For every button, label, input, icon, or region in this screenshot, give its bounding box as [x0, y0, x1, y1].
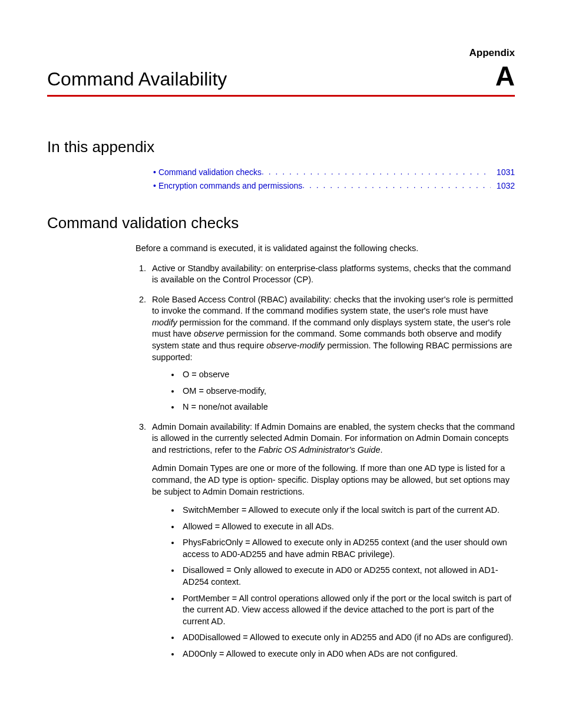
section-heading-validation: Command validation checks	[47, 214, 515, 232]
list-item: Role Based Access Control (RBAC) availab…	[148, 294, 515, 413]
text-fragment: .	[380, 445, 382, 454]
page-title: Command Availability	[47, 68, 227, 90]
list-item: Allowed = Allowed to execute in all ADs.	[180, 521, 515, 533]
list-item: PortMember = All control operations allo…	[180, 593, 515, 628]
list-item: AD0Only = Allowed to execute only in AD0…	[180, 648, 515, 660]
list-item: Admin Domain availability: If Admin Doma…	[148, 421, 515, 660]
list-item: Disallowed = Only allowed to execute in …	[180, 565, 515, 588]
appendix-letter: A	[495, 62, 515, 90]
item3-p2: Admin Domain Types are one or more of th…	[152, 463, 515, 498]
emphasis: Fabric OS Administrator's Guide	[259, 445, 381, 454]
toc-leader	[262, 167, 491, 175]
emphasis: modify	[152, 318, 177, 327]
item2-text: Role Based Access Control (RBAC) availab…	[152, 295, 513, 362]
toc-entry: • Encryption commands and permissions 10…	[153, 180, 515, 190]
rbac-permissions-list: O = observe OM = observe-modify, N = non…	[152, 369, 515, 413]
emphasis: observe-modify	[266, 341, 325, 350]
emphasis: observe	[194, 329, 224, 338]
appendix-label: Appendix	[47, 47, 515, 59]
item1-text: Active or Standby availability: on enter…	[152, 263, 511, 285]
list-item: N = none/not available	[180, 401, 515, 413]
toc-link-validation[interactable]: Command validation checks	[158, 167, 262, 177]
intro-text: Before a command is executed, it is vali…	[135, 243, 515, 255]
toc-page-number[interactable]: 1032	[493, 181, 515, 190]
checks-list: Active or Standby availability: on enter…	[135, 263, 515, 660]
bullet-icon: •	[153, 167, 156, 177]
list-item: O = observe	[180, 369, 515, 381]
list-item: PhysFabricOnly = Allowed to execute only…	[180, 537, 515, 560]
toc-leader	[302, 180, 491, 189]
toc-list: • Command validation checks 1031 • Encry…	[153, 167, 515, 190]
title-row: Command Availability A	[47, 62, 515, 97]
text-fragment: Role Based Access Control (RBAC) availab…	[152, 295, 513, 316]
bullet-icon: •	[153, 181, 156, 190]
list-item: SwitchMember = Allowed to execute only i…	[180, 505, 515, 516]
section-body: Before a command is executed, it is vali…	[135, 243, 515, 660]
toc-link-encryption[interactable]: Encryption commands and permissions	[158, 181, 302, 190]
list-item: OM = observe-modify,	[180, 386, 515, 397]
item3-p1: Admin Domain availability: If Admin Doma…	[152, 421, 515, 456]
ad-types-list: SwitchMember = Allowed to execute only i…	[152, 505, 515, 660]
list-item: Active or Standby availability: on enter…	[148, 263, 515, 286]
toc-entry: • Command validation checks 1031	[153, 167, 515, 177]
toc-heading: In this appendix	[47, 138, 515, 156]
list-item: AD0Disallowed = Allowed to execute only …	[180, 632, 515, 644]
toc-page-number[interactable]: 1031	[493, 167, 515, 177]
